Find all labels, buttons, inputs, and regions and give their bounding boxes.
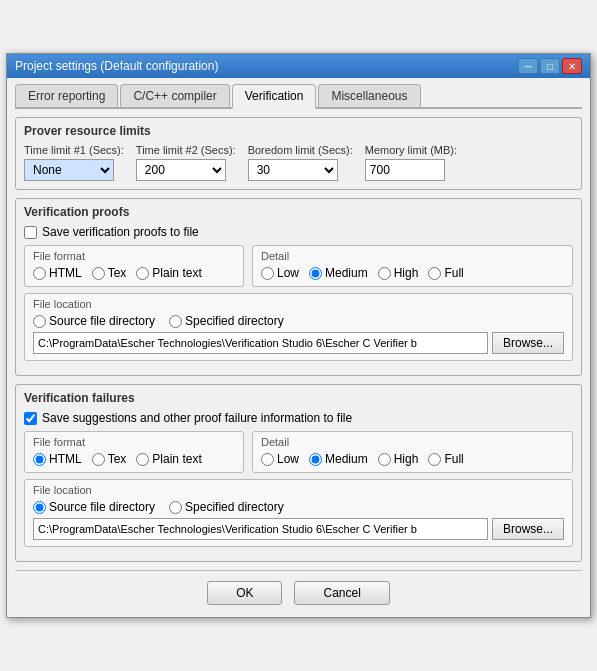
- failures-file-location-title: File location: [33, 484, 564, 496]
- proofs-location-source: Source file directory: [33, 314, 155, 328]
- failures-format-plaintext-label[interactable]: Plain text: [152, 452, 201, 466]
- failures-format-radio-group: HTML Tex Plain text: [33, 452, 235, 466]
- failures-detail-medium-radio[interactable]: [309, 453, 322, 466]
- proofs-detail-low: Low: [261, 266, 299, 280]
- failures-detail-full-label[interactable]: Full: [444, 452, 463, 466]
- failures-detail-low: Low: [261, 452, 299, 466]
- proofs-checkbox[interactable]: [24, 226, 37, 239]
- failures-location-source-label[interactable]: Source file directory: [49, 500, 155, 514]
- failures-detail-medium-label[interactable]: Medium: [325, 452, 368, 466]
- failures-format-tex-label[interactable]: Tex: [108, 452, 127, 466]
- verification-proofs-section: Verification proofs Save verification pr…: [15, 198, 582, 376]
- failures-detail-full-radio[interactable]: [428, 453, 441, 466]
- resource-limits-row: Time limit #1 (Secs): None 10 30 60 100 …: [24, 144, 573, 181]
- cancel-button[interactable]: Cancel: [294, 581, 389, 605]
- proofs-path-row: Browse...: [33, 332, 564, 354]
- time-limit-1-item: Time limit #1 (Secs): None 10 30 60 100 …: [24, 144, 124, 181]
- proofs-format-plaintext-radio[interactable]: [136, 267, 149, 280]
- proofs-checkbox-row: Save verification proofs to file: [24, 225, 573, 239]
- failures-detail-radio-group: Low Medium High Full: [261, 452, 564, 466]
- proofs-location-specified-radio[interactable]: [169, 315, 182, 328]
- proofs-browse-button[interactable]: Browse...: [492, 332, 564, 354]
- failures-location-specified-label[interactable]: Specified directory: [185, 500, 284, 514]
- failures-detail-section: Detail Low Medium High: [252, 431, 573, 473]
- proofs-format-html-radio[interactable]: [33, 267, 46, 280]
- proofs-format-plaintext: Plain text: [136, 266, 201, 280]
- proofs-format-tex-radio[interactable]: [92, 267, 105, 280]
- proofs-detail-high-radio[interactable]: [378, 267, 391, 280]
- titlebar: Project settings (Default configuration)…: [7, 54, 590, 78]
- proofs-path-input[interactable]: [33, 332, 488, 354]
- failures-format-detail: File format HTML Tex Plain text: [24, 431, 573, 479]
- failures-browse-button[interactable]: Browse...: [492, 518, 564, 540]
- proofs-detail-high-label[interactable]: High: [394, 266, 419, 280]
- proofs-format-plaintext-label[interactable]: Plain text: [152, 266, 201, 280]
- failures-format-html: HTML: [33, 452, 82, 466]
- failures-detail-title: Detail: [261, 436, 564, 448]
- proofs-detail-low-label[interactable]: Low: [277, 266, 299, 280]
- proofs-location-radios: Source file directory Specified director…: [33, 314, 564, 328]
- proofs-format-radio-group: HTML Tex Plain text: [33, 266, 235, 280]
- failures-detail-low-label[interactable]: Low: [277, 452, 299, 466]
- failures-format-plaintext: Plain text: [136, 452, 201, 466]
- boredom-limit-label: Boredom limit (Secs):: [248, 144, 353, 156]
- failures-format-html-label[interactable]: HTML: [49, 452, 82, 466]
- time-limit-1-label: Time limit #1 (Secs):: [24, 144, 124, 156]
- tab-cpp-compiler[interactable]: C/C++ compiler: [120, 84, 229, 107]
- proofs-format-tex: Tex: [92, 266, 127, 280]
- ok-button[interactable]: OK: [207, 581, 282, 605]
- memory-limit-label: Memory limit (MB):: [365, 144, 457, 156]
- proofs-detail-full-radio[interactable]: [428, 267, 441, 280]
- proofs-detail-full-label[interactable]: Full: [444, 266, 463, 280]
- main-window: Project settings (Default configuration)…: [6, 53, 591, 618]
- proofs-location-source-label[interactable]: Source file directory: [49, 314, 155, 328]
- failures-location-specified-radio[interactable]: [169, 501, 182, 514]
- titlebar-buttons: ─ □ ✕: [518, 58, 582, 74]
- time-limit-2-select[interactable]: None 50 100 200 500: [136, 159, 226, 181]
- proofs-location-source-radio[interactable]: [33, 315, 46, 328]
- proofs-checkbox-label[interactable]: Save verification proofs to file: [42, 225, 199, 239]
- close-button[interactable]: ✕: [562, 58, 582, 74]
- proofs-file-location-section: File location Source file directory Spec…: [24, 293, 573, 361]
- failures-detail-low-radio[interactable]: [261, 453, 274, 466]
- boredom-limit-select[interactable]: None 10 20 30 60: [248, 159, 338, 181]
- proofs-detail-medium-label[interactable]: Medium: [325, 266, 368, 280]
- time-limit-1-select[interactable]: None 10 30 60 100 200: [24, 159, 114, 181]
- proofs-format-html-label[interactable]: HTML: [49, 266, 82, 280]
- proofs-file-format-title: File format: [33, 250, 235, 262]
- failures-file-format-section: File format HTML Tex Plain text: [24, 431, 244, 473]
- maximize-button[interactable]: □: [540, 58, 560, 74]
- verification-proofs-title: Verification proofs: [24, 205, 573, 219]
- failures-detail-medium: Medium: [309, 452, 368, 466]
- failures-format-html-radio[interactable]: [33, 453, 46, 466]
- verification-failures-title: Verification failures: [24, 391, 573, 405]
- tab-verification[interactable]: Verification: [232, 84, 317, 109]
- proofs-location-specified-label[interactable]: Specified directory: [185, 314, 284, 328]
- proofs-detail-medium-radio[interactable]: [309, 267, 322, 280]
- failures-path-row: Browse...: [33, 518, 564, 540]
- failures-path-input[interactable]: [33, 518, 488, 540]
- proofs-format-detail: File format HTML Tex Plain text: [24, 245, 573, 293]
- proofs-detail-section: Detail Low Medium High: [252, 245, 573, 287]
- failures-checkbox-label[interactable]: Save suggestions and other proof failure…: [42, 411, 352, 425]
- failures-detail-high-label[interactable]: High: [394, 452, 419, 466]
- failures-checkbox[interactable]: [24, 412, 37, 425]
- proofs-file-format-section: File format HTML Tex Plain text: [24, 245, 244, 287]
- failures-format-tex-radio[interactable]: [92, 453, 105, 466]
- minimize-button[interactable]: ─: [518, 58, 538, 74]
- failures-detail-high-radio[interactable]: [378, 453, 391, 466]
- tab-error-reporting[interactable]: Error reporting: [15, 84, 118, 107]
- failures-format-plaintext-radio[interactable]: [136, 453, 149, 466]
- divider: [15, 570, 582, 571]
- tab-miscellaneous[interactable]: Miscellaneous: [318, 84, 420, 107]
- proofs-detail-low-radio[interactable]: [261, 267, 274, 280]
- proofs-format-tex-label[interactable]: Tex: [108, 266, 127, 280]
- failures-checkbox-row: Save suggestions and other proof failure…: [24, 411, 573, 425]
- memory-limit-input[interactable]: [365, 159, 445, 181]
- proofs-format-html: HTML: [33, 266, 82, 280]
- proofs-detail-medium: Medium: [309, 266, 368, 280]
- failures-location-source-radio[interactable]: [33, 501, 46, 514]
- proofs-file-location-title: File location: [33, 298, 564, 310]
- verification-failures-section: Verification failures Save suggestions a…: [15, 384, 582, 562]
- failures-location-radios: Source file directory Specified director…: [33, 500, 564, 514]
